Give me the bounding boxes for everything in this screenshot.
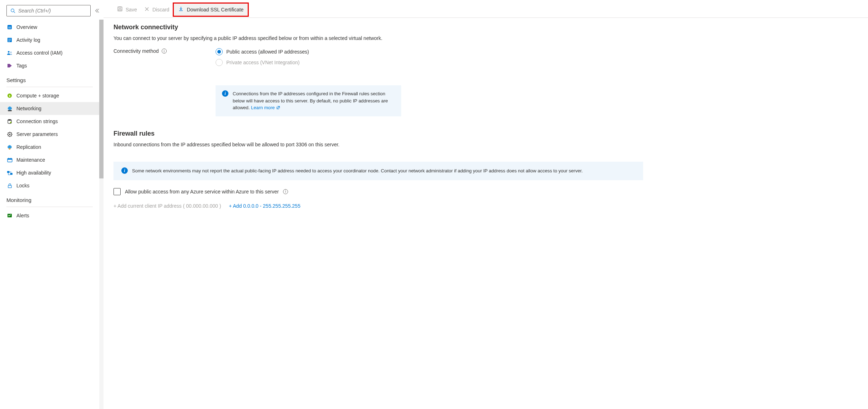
collapse-sidebar-button[interactable] xyxy=(94,7,101,14)
radio-label: Public access (allowed IP addresses) xyxy=(226,49,309,55)
nav-monitoring-list: Alerts xyxy=(6,209,104,222)
nav-compute-storage[interactable]: $ Compute + storage xyxy=(6,89,104,102)
svg-text:$: $ xyxy=(9,94,11,97)
add-ip-range-link[interactable]: + Add 0.0.0.0 - 255.255.255.255 xyxy=(229,203,300,209)
search-input[interactable] xyxy=(18,8,87,14)
overview-icon xyxy=(6,24,13,30)
nav-label: Tags xyxy=(16,63,27,69)
nav-server-parameters[interactable]: Server parameters xyxy=(6,128,104,141)
nav-primary-list: Overview Activity log Access control (IA… xyxy=(6,21,104,72)
banner-text: Connections from the IP addresses config… xyxy=(233,90,395,111)
server-parameters-icon xyxy=(6,131,13,137)
search-icon xyxy=(10,7,16,14)
connection-strings-icon xyxy=(6,118,13,125)
radio-unselected-icon xyxy=(216,59,223,66)
nav-label: Maintenance xyxy=(16,157,45,163)
nav-replication[interactable]: Replication xyxy=(6,141,104,153)
nav-high-availability[interactable]: High availability xyxy=(6,166,104,179)
nav-tags[interactable]: Tags xyxy=(6,59,104,72)
svg-point-16 xyxy=(8,119,11,121)
svg-rect-26 xyxy=(10,173,12,175)
nav-settings-list: $ Compute + storage Networking Connectio… xyxy=(6,89,104,192)
radio-selected-icon xyxy=(216,48,223,55)
main-content: Save Discard Download SSL Certificate Ne… xyxy=(104,0,868,409)
radio-label: Private access (VNet Integration) xyxy=(226,60,299,65)
allow-azure-checkbox[interactable]: Allow public access from any Azure servi… xyxy=(113,188,643,195)
save-button[interactable]: Save xyxy=(113,2,141,17)
info-icon: i xyxy=(222,90,228,97)
discard-button[interactable]: Discard xyxy=(141,2,173,17)
networking-icon xyxy=(6,105,13,112)
svg-rect-25 xyxy=(7,171,9,173)
svg-rect-27 xyxy=(8,185,11,188)
download-icon xyxy=(178,6,184,13)
settings-heading: Settings xyxy=(6,72,104,85)
svg-line-1 xyxy=(14,11,15,13)
nav-label: Replication xyxy=(16,144,41,150)
nav-label: Access control (IAM) xyxy=(16,50,62,56)
nav-label: High availability xyxy=(16,170,51,176)
info-icon: i xyxy=(121,167,128,174)
radio-public-access[interactable]: Public access (allowed IP addresses) xyxy=(216,48,643,55)
svg-rect-30 xyxy=(119,7,121,8)
compute-storage-icon: $ xyxy=(6,92,13,99)
nav-networking[interactable]: Networking xyxy=(0,102,104,115)
nav-label: Compute + storage xyxy=(16,93,59,99)
learn-more-link[interactable]: Learn more xyxy=(251,105,280,110)
replication-icon xyxy=(6,144,13,150)
connectivity-method-label: Connectivity method i xyxy=(113,48,216,54)
svg-rect-3 xyxy=(8,27,11,27)
nav-alerts[interactable]: Alerts xyxy=(6,209,104,222)
svg-point-19 xyxy=(9,133,10,135)
info-icon[interactable]: i xyxy=(162,49,167,54)
download-label: Download SSL Certificate xyxy=(187,7,243,12)
banner-text: Some network environments may not report… xyxy=(132,167,583,175)
svg-rect-24 xyxy=(7,158,12,160)
svg-point-17 xyxy=(10,122,11,123)
checkbox-unchecked-icon xyxy=(113,188,121,195)
svg-rect-31 xyxy=(119,9,121,11)
locks-icon xyxy=(6,182,13,189)
nav-overview[interactable]: Overview xyxy=(6,21,104,34)
nav-locks[interactable]: Locks xyxy=(6,179,104,192)
nav-access-control[interactable]: Access control (IAM) xyxy=(6,46,104,59)
connectivity-desc: You can connect to your server by specif… xyxy=(113,35,643,41)
sidebar: Overview Activity log Access control (IA… xyxy=(0,0,104,409)
tags-icon xyxy=(6,62,13,69)
divider xyxy=(6,207,93,207)
svg-rect-22 xyxy=(9,148,10,150)
nav-activity-log[interactable]: Activity log xyxy=(6,34,104,46)
svg-rect-6 xyxy=(8,39,11,39)
external-link-icon xyxy=(276,105,280,112)
access-control-icon xyxy=(6,50,13,56)
svg-rect-8 xyxy=(8,41,10,41)
checkbox-label: Allow public access from any Azure servi… xyxy=(125,189,279,195)
nav-maintenance[interactable]: Maintenance xyxy=(6,153,104,166)
info-icon[interactable]: i xyxy=(283,189,288,194)
nav-label: Activity log xyxy=(16,37,40,43)
svg-rect-4 xyxy=(8,28,11,28)
download-ssl-button[interactable]: Download SSL Certificate xyxy=(173,2,249,17)
nav-label: Networking xyxy=(16,106,41,111)
svg-point-0 xyxy=(11,9,14,11)
sidebar-scrollbar-thumb[interactable] xyxy=(99,20,104,178)
svg-point-10 xyxy=(10,51,11,53)
firewall-desc: Inbound connections from the IP addresse… xyxy=(113,142,643,147)
svg-point-9 xyxy=(7,51,9,52)
svg-rect-28 xyxy=(7,214,12,217)
firewall-title: Firewall rules xyxy=(113,130,643,137)
nav-label: Alerts xyxy=(16,213,29,218)
maintenance-icon xyxy=(6,157,13,163)
sidebar-scrollbar-track[interactable] xyxy=(99,20,104,409)
nav-label: Overview xyxy=(16,24,37,30)
nav-label: Connection strings xyxy=(16,118,58,124)
connectivity-title: Network connectivity xyxy=(113,24,643,31)
activity-log-icon xyxy=(6,37,13,43)
nav-label: Server parameters xyxy=(16,131,58,137)
svg-rect-15 xyxy=(8,110,12,111)
save-label: Save xyxy=(126,7,137,12)
nav-connection-strings[interactable]: Connection strings xyxy=(6,115,104,128)
alerts-icon xyxy=(6,212,13,219)
toolbar: Save Discard Download SSL Certificate xyxy=(104,0,868,18)
search-box[interactable] xyxy=(6,5,91,16)
